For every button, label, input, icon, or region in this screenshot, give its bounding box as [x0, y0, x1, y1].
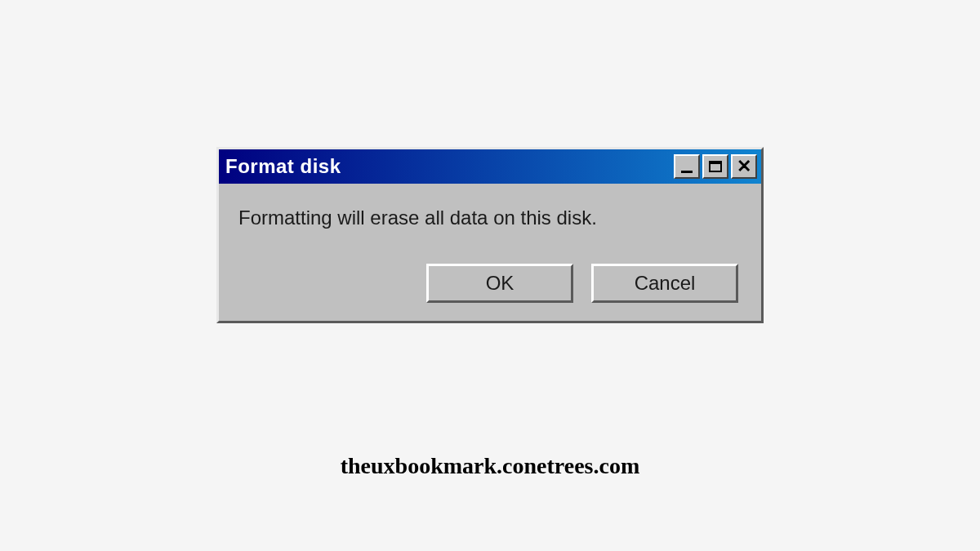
- maximize-button[interactable]: [702, 154, 728, 179]
- close-button[interactable]: ✕: [731, 154, 757, 179]
- dialog-message: Formatting will erase all data on this d…: [238, 207, 742, 229]
- close-icon: ✕: [737, 158, 751, 176]
- maximize-icon: [709, 161, 722, 172]
- page-caption: theuxbookmark.conetrees.com: [0, 453, 980, 479]
- dialog-button-row: OK Cancel: [238, 264, 742, 303]
- window-title: Format disk: [225, 155, 341, 178]
- format-disk-dialog: Format disk ✕ Formatting will erase all …: [216, 147, 764, 323]
- titlebar[interactable]: Format disk ✕: [219, 149, 761, 184]
- ok-button[interactable]: OK: [426, 264, 573, 303]
- minimize-icon: [681, 171, 693, 173]
- cancel-button[interactable]: Cancel: [591, 264, 738, 303]
- window-controls: ✕: [674, 154, 757, 179]
- dialog-body: Formatting will erase all data on this d…: [219, 184, 761, 321]
- minimize-button[interactable]: [674, 154, 700, 179]
